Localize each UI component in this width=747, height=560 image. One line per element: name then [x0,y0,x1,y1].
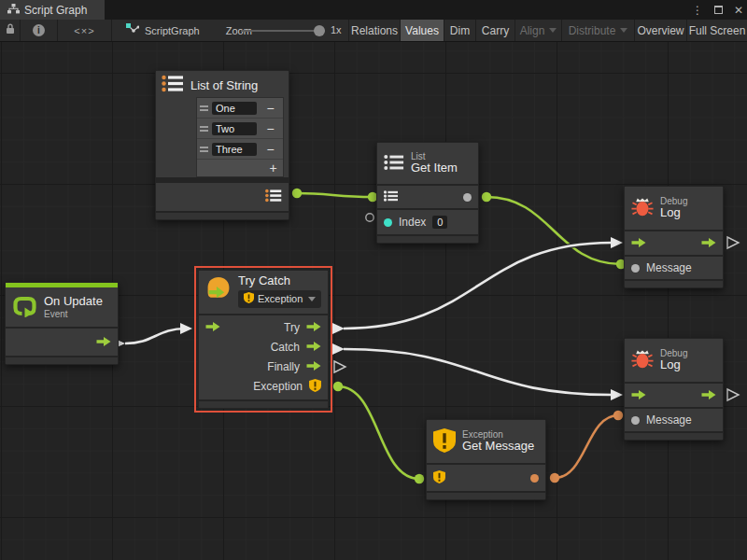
exception-input-port[interactable] [433,470,445,486]
selection-outline: Try Catch Exception Try Cat [194,266,332,413]
message-output-port[interactable] [530,474,539,483]
values-label: Values [405,24,439,37]
bug-icon [631,349,654,371]
try-label: Try [284,321,300,334]
add-item-button[interactable]: + [263,160,283,176]
window-menu-icon[interactable]: ⋮ [692,4,703,17]
warning-icon [244,292,254,306]
relations-button[interactable]: Relations [349,20,401,41]
index-input-port[interactable] [384,218,392,227]
try-output-port[interactable] [306,321,321,334]
remove-item-button[interactable]: − [261,141,280,158]
window-tab-bar: Script Graph ⋮ ✕ [0,0,747,20]
loop-icon [12,295,37,320]
exception-output-port[interactable] [309,379,321,395]
full-screen-button[interactable]: Full Screen [687,20,747,41]
zoom-slider-track[interactable] [241,30,325,32]
flow-input-port[interactable] [631,237,646,250]
list-icon [384,154,404,174]
node-on-update[interactable]: On Update Event [5,282,119,365]
unconnected-finally-port[interactable] [334,361,345,372]
unconnected-flow-out-debug-top[interactable] [727,237,739,248]
lock-icon [6,23,15,37]
node-debug-log-bottom[interactable]: Debug Log Message [624,338,724,441]
window-close-icon[interactable]: ✕ [734,4,743,17]
distribute-label: Distribute [569,24,616,37]
align-button[interactable]: Align [515,20,562,41]
node-footer [427,493,545,499]
index-value-field[interactable]: 0 [432,216,447,229]
list-input-port[interactable] [384,190,398,204]
list-add-row: + [197,160,283,176]
node-footer [6,357,118,364]
node-get-item[interactable]: List Get Item Index 0 [376,142,479,244]
drag-handle-icon[interactable] [200,147,208,152]
drag-handle-icon[interactable] [200,126,208,132]
list-item-field[interactable]: One [212,102,257,115]
string-list-widget: One − Two − Three − + [196,97,284,177]
node-title: Try Catch [238,274,321,288]
exception-dropdown-label: Exception [258,293,303,305]
node-debug-log-top[interactable]: Debug Log Message [624,186,724,288]
dim-button[interactable]: Dim [444,20,476,41]
shield-warning-icon [433,428,456,455]
graph-canvas[interactable]: List of String One − Two − Three − [0,42,747,560]
wire-exception-to-getmessage[interactable] [333,382,424,483]
graph-toolbar: i <×> ScriptGraph Zoom 1x Relations Valu… [0,20,747,42]
message-label: Message [646,261,692,274]
node-title: List of String [190,78,258,92]
angle-cross-button[interactable]: <×> [58,20,112,41]
zoom-value: 1x [331,24,342,35]
list-item-field[interactable]: Two [212,122,257,135]
flow-output-port[interactable] [701,237,716,250]
node-title: Get Item [411,161,458,175]
wire-catch-to-debug-bottom[interactable] [332,343,623,400]
values-button[interactable]: Values [401,20,444,41]
flow-output-port[interactable] [96,336,111,349]
distribute-button[interactable]: Distribute [562,20,635,41]
wire-getitem-to-debug-message[interactable] [482,192,626,269]
node-try-catch[interactable]: Try Catch Exception Try Cat [198,270,329,409]
flow-input-port[interactable] [205,321,220,334]
remove-item-button[interactable]: − [261,100,280,117]
tab-script-graph[interactable]: Script Graph [0,0,105,20]
unconnected-index-port[interactable] [366,214,374,221]
info-button[interactable]: i [21,20,58,41]
carry-button[interactable]: Carry [476,20,515,41]
list-item-row: One − [197,98,283,119]
list-icon [162,75,184,95]
list-item-row: Three − [197,139,283,160]
finally-output-port[interactable] [306,360,321,373]
chevron-down-icon [549,28,557,33]
flow-input-port[interactable] [631,389,646,402]
exception-label: Exception [253,380,303,393]
list-output-row [156,183,289,211]
wire-list-to-getitem[interactable] [292,189,377,202]
graph-name-label: ScriptGraph [145,25,200,36]
chevron-down-icon [620,28,627,33]
lock-button[interactable] [0,20,21,41]
item-output-port[interactable] [463,193,472,202]
window-maximize-icon[interactable] [714,6,723,14]
overview-button[interactable]: Overview [635,20,687,41]
list-item-row: Two − [197,119,283,139]
node-list-of-string[interactable]: List of String One − Two − Three − [155,70,289,220]
message-input-port[interactable] [631,264,640,273]
message-input-port[interactable] [631,416,640,425]
tab-title: Script Graph [24,4,87,17]
carry-label: Carry [482,24,509,37]
unconnected-flow-out-debug-bottom[interactable] [727,389,739,400]
remove-item-button[interactable]: − [261,120,280,137]
drag-handle-icon[interactable] [200,105,208,111]
list-item-field[interactable]: Three [212,143,257,156]
wire-getmessage-to-debug-message[interactable] [550,411,623,483]
node-title: Log [660,358,687,372]
list-output-port[interactable] [265,189,282,205]
full-screen-label: Full Screen [689,24,746,37]
catch-output-port[interactable] [306,341,321,354]
wire-onupdate-to-trycatch[interactable] [113,323,192,349]
node-get-message[interactable]: Exception Get Message [426,419,546,500]
flow-output-port[interactable] [701,389,716,402]
exception-type-dropdown[interactable]: Exception [238,290,321,308]
zoom-slider-handle[interactable] [314,25,325,36]
